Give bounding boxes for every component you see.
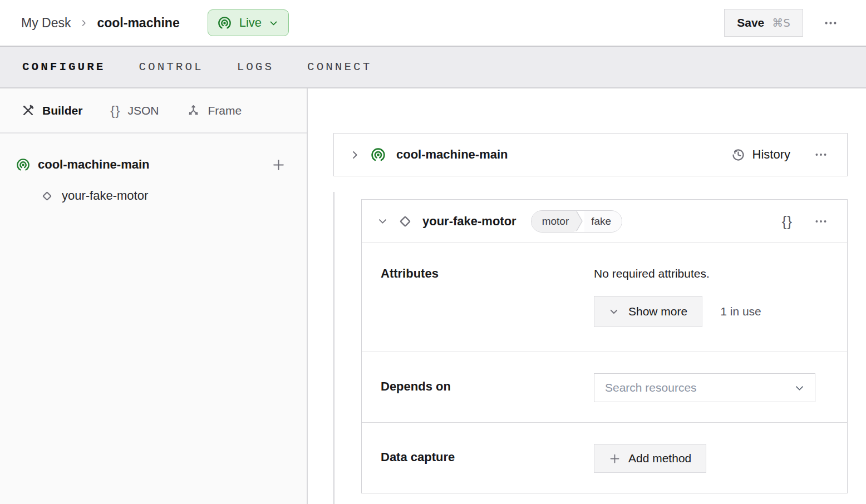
diamond-icon [397, 213, 414, 230]
header-overflow-menu-icon[interactable] [820, 12, 842, 34]
view-builder-label: Builder [42, 104, 82, 117]
view-json-label: JSON [127, 104, 159, 117]
collapse-chevron-down-icon[interactable] [377, 216, 388, 226]
tab-control[interactable]: CONTROL [139, 61, 203, 73]
attributes-section: Attributes No required attributes. Show … [362, 243, 847, 352]
resource-tree: cool-machine-main your-fake-motor [0, 134, 307, 211]
depends-on-label: Depends on [381, 373, 594, 402]
depends-on-search-select[interactable]: Search resources [594, 373, 815, 402]
expand-chevron-right-icon[interactable] [350, 150, 360, 160]
header-actions: Save ⌘S [724, 9, 842, 37]
view-switcher: Builder {} JSON Frame [0, 88, 307, 134]
status-label: Live [239, 16, 262, 30]
resource-card-menu-icon[interactable] [810, 211, 831, 232]
search-resources-placeholder: Search resources [605, 381, 697, 394]
resource-type-badge: motor fake [531, 210, 623, 233]
chevron-down-icon [794, 383, 805, 393]
part-card: cool-machine-main History [333, 133, 848, 176]
resource-card-title: your-fake-motor [422, 214, 516, 229]
attributes-empty-text: No required attributes. [594, 266, 847, 281]
chevron-right-icon [80, 19, 88, 27]
view-json[interactable]: {} JSON [110, 104, 159, 117]
broadcast-icon [217, 16, 232, 31]
edit-json-icon[interactable]: {} [782, 214, 793, 229]
tree-connector-line [333, 192, 334, 504]
tab-logs[interactable]: LOGS [237, 61, 274, 73]
show-more-label: Show more [628, 305, 687, 318]
broadcast-icon [370, 147, 386, 163]
tab-configure[interactable]: CONFIGURE [22, 61, 105, 73]
hammer-wrench-icon [21, 103, 35, 117]
resource-card-header: your-fake-motor motor fake {} [362, 200, 847, 243]
breadcrumb: My Desk cool-machine [21, 16, 180, 31]
badge-divider [574, 211, 584, 232]
plus-icon [609, 453, 621, 465]
chevron-down-icon [609, 307, 619, 317]
save-button[interactable]: Save ⌘S [724, 9, 803, 37]
breadcrumb-current: cool-machine [97, 16, 179, 31]
broadcast-icon [16, 157, 31, 172]
tree-item-motor[interactable]: your-fake-motor [0, 180, 307, 211]
braces-icon: {} [110, 104, 120, 117]
add-method-label: Add method [628, 452, 691, 465]
depends-on-section: Depends on Search resources [362, 352, 847, 423]
chevron-down-icon [269, 18, 278, 28]
tree-item-part-label: cool-machine-main [38, 157, 149, 172]
add-resource-icon[interactable] [269, 156, 288, 174]
tree-item-motor-label: your-fake-motor [62, 189, 148, 203]
show-more-button[interactable]: Show more [594, 296, 702, 327]
data-capture-label: Data capture [381, 444, 594, 473]
config-sidebar: Builder {} JSON Frame [0, 88, 308, 504]
app-header: My Desk cool-machine Live Save ⌘S [0, 0, 866, 46]
tab-connect[interactable]: CONNECT [307, 61, 372, 73]
part-card-title: cool-machine-main [396, 147, 508, 162]
history-clock-icon [731, 147, 746, 162]
save-shortcut-hint: ⌘S [772, 16, 790, 29]
history-label: History [752, 147, 790, 162]
attributes-label: Attributes [381, 265, 594, 327]
history-button[interactable]: History [731, 147, 790, 162]
attributes-in-use-count: 1 in use [720, 305, 761, 318]
primary-tabbar: CONFIGURE CONTROL LOGS CONNECT [0, 46, 866, 88]
machine-status-dropdown[interactable]: Live [208, 9, 289, 36]
part-card-menu-icon[interactable] [810, 144, 831, 165]
view-frame-label: Frame [208, 104, 242, 117]
config-canvas: cool-machine-main History [308, 88, 866, 504]
badge-model: fake [584, 211, 622, 232]
diamond-icon [40, 189, 54, 203]
data-capture-section: Data capture Add method [362, 423, 847, 493]
view-builder[interactable]: Builder [21, 103, 82, 117]
badge-type: motor [532, 211, 575, 232]
tree-item-part[interactable]: cool-machine-main [0, 149, 307, 180]
axes-icon [186, 103, 200, 117]
save-label: Save [737, 16, 764, 29]
add-method-button[interactable]: Add method [594, 444, 706, 473]
breadcrumb-parent-link[interactable]: My Desk [21, 16, 71, 31]
view-frame[interactable]: Frame [186, 103, 242, 117]
resource-card: your-fake-motor motor fake {} Attr [361, 199, 848, 493]
